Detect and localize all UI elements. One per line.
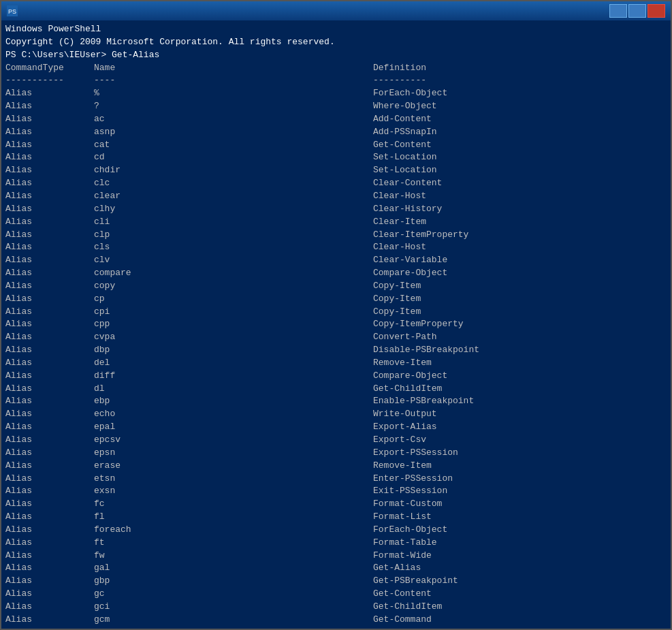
table-row: AliasclearClear-Host — [5, 190, 667, 203]
console-content[interactable]: Windows PowerShellCopyright (C) 2009 Mic… — [5, 23, 667, 626]
table-row: AliasepcsvExport-Csv — [5, 434, 667, 447]
table-row: AliasgalGet-Alias — [5, 562, 667, 575]
table-row: AliasdlGet-ChildItem — [5, 383, 667, 396]
header-line: Windows PowerShell — [5, 23, 667, 36]
table-row: AliascopyCopy-Item — [5, 280, 667, 293]
table-row: AliasftFormat-Table — [5, 537, 667, 550]
table-row: AliasdelRemove-Item — [5, 357, 667, 370]
table-row: AliascdSet-Location — [5, 151, 667, 164]
table-row: Alias?Where-Object — [5, 100, 667, 113]
table-row: AliasclsClear-Host — [5, 241, 667, 254]
close-button[interactable] — [647, 4, 665, 18]
maximize-button[interactable] — [628, 4, 646, 18]
table-row: AliasgbpGet-PSBreakpoint — [5, 575, 667, 588]
table-row: AliasflFormat-List — [5, 511, 667, 524]
title-bar-buttons — [609, 4, 665, 18]
table-row: AliascpiCopy-Item — [5, 306, 667, 319]
title-bar: PS — [1, 1, 671, 20]
console-area: Windows PowerShellCopyright (C) 2009 Mic… — [1, 20, 671, 629]
table-row: AliasclcClear-Content — [5, 177, 667, 190]
title-bar-left: PS — [7, 5, 22, 16]
table-row: AliasclvClear-Variable — [5, 254, 667, 267]
table-row: AliasepsnExport-PSSession — [5, 447, 667, 460]
table-row: AliaschdirSet-Location — [5, 164, 667, 177]
table-row: Alias%ForEach-Object — [5, 87, 667, 100]
powershell-icon: PS — [7, 5, 18, 16]
table-row: AliasebpEnable-PSBreakpoint — [5, 395, 667, 408]
table-row: AliasgcmGet-Command — [5, 614, 667, 626]
table-row: AliasfcFormat-Custom — [5, 498, 667, 511]
table-row: AliasepalExport-Alias — [5, 421, 667, 434]
table-row: AliasasnpAdd-PSSnapIn — [5, 126, 667, 139]
header-line: PS C:\Users\IEUser> Get-Alias — [5, 49, 667, 62]
column-headers: CommandTypeNameDefinition — [5, 62, 667, 75]
table-row: AliasclhyClear-History — [5, 203, 667, 216]
table-row: AliascompareCompare-Object — [5, 267, 667, 280]
table-row: AliasdiffCompare-Object — [5, 370, 667, 383]
table-row: AliascpCopy-Item — [5, 293, 667, 306]
table-row: AliasetsnEnter-PSSession — [5, 473, 667, 486]
table-row: AliascatGet-Content — [5, 139, 667, 152]
table-row: AliasexsnExit-PSSession — [5, 485, 667, 498]
table-row: AliasgciGet-ChildItem — [5, 601, 667, 614]
table-row: AliasechoWrite-Output — [5, 408, 667, 421]
table-row: AliascliClear-Item — [5, 216, 667, 229]
table-row: AliasdbpDisable-PSBreakpoint — [5, 344, 667, 357]
table-row: AliaseraseRemove-Item — [5, 460, 667, 473]
table-row: AliascppCopy-ItemProperty — [5, 318, 667, 331]
table-row: AliasacAdd-Content — [5, 113, 667, 126]
window: PS Windows PowerShellCopyright (C) 2009 … — [0, 0, 672, 630]
svg-text:PS: PS — [8, 8, 16, 15]
table-row: AliascvpaConvert-Path — [5, 331, 667, 344]
column-separators: ------------------------- — [5, 74, 667, 87]
table-row: AliasfwFormat-Wide — [5, 550, 667, 563]
table-row: AliasforeachForEach-Object — [5, 524, 667, 537]
minimize-button[interactable] — [609, 4, 627, 18]
table-row: AliasclpClear-ItemProperty — [5, 229, 667, 242]
table-row: AliasgcGet-Content — [5, 588, 667, 601]
header-line: Copyright (C) 2009 Microsoft Corporation… — [5, 36, 667, 49]
